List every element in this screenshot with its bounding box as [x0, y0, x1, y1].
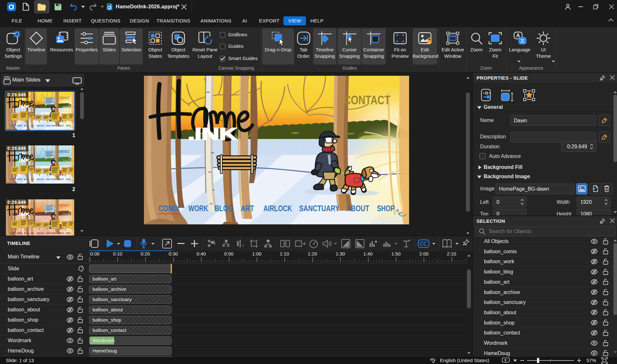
svg-text:2:10: 2:10: [447, 252, 456, 256]
svg-text:0:00: 0:00: [90, 252, 99, 256]
svg-text:1:30: 1:30: [335, 252, 345, 256]
svg-text:1:20: 1:20: [308, 252, 317, 256]
svg-text:1:00: 1:00: [252, 252, 261, 256]
svg-text:0:50: 0:50: [224, 252, 233, 256]
svg-text:0:30: 0:30: [168, 252, 178, 256]
svg-text:1:10: 1:10: [280, 252, 289, 256]
svg-text:文: 文: [520, 38, 525, 43]
svg-text:0:10: 0:10: [113, 252, 122, 256]
svg-text:0:40: 0:40: [196, 252, 206, 256]
svg-text:1:50: 1:50: [391, 252, 400, 256]
svg-text:1:40: 1:40: [363, 252, 372, 256]
svg-text:0:20: 0:20: [140, 252, 150, 256]
svg-text:2:00: 2:00: [419, 252, 428, 256]
